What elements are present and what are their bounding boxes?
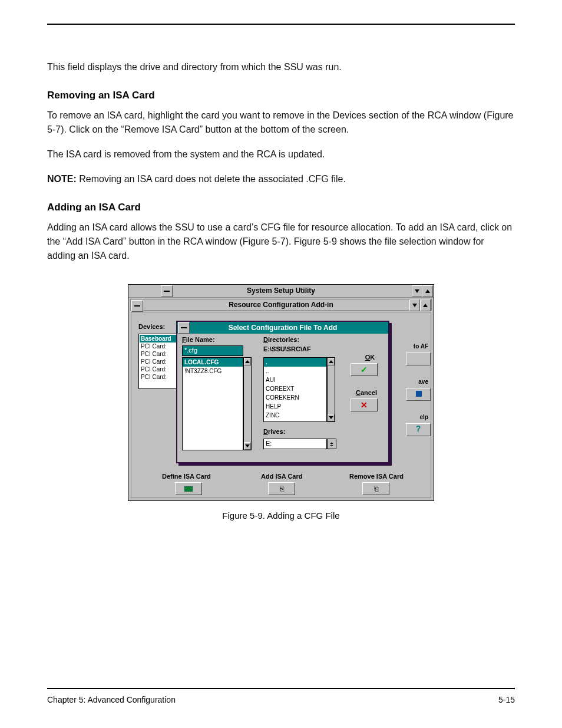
dir-item[interactable]: .. (264, 367, 326, 375)
devices-label: Devices: (138, 323, 165, 330)
remove-isa-button[interactable]: ⎗ (362, 482, 389, 495)
ok-button[interactable]: ✓ (351, 363, 378, 376)
file-name-label: File Name: (182, 336, 215, 343)
dialog-title: Select Configuration File To Add (229, 324, 338, 332)
file-list-scrollbar[interactable] (243, 357, 252, 450)
inner-window-title: Resource Configuration Add-in (131, 301, 431, 309)
help-icon: ? (406, 424, 430, 433)
drives-combo[interactable]: E: (263, 439, 327, 449)
directory-list-scrollbar[interactable] (327, 357, 335, 422)
note-block: NOTE: Removing an ISA card does not dele… (47, 172, 515, 186)
client-area: Devices: Baseboard PCI Card: PCI Card: P… (131, 312, 431, 498)
file-dialog: Select Configuration File To Add File Na… (176, 321, 389, 463)
figure-caption: Figure 5-9. Adding a CFG File (47, 510, 515, 521)
device-item[interactable]: Baseboard (140, 335, 180, 342)
dir-item[interactable]: HELP (264, 402, 326, 411)
device-item[interactable]: PCI Card: (140, 373, 180, 381)
ok-label: OK (356, 354, 384, 361)
body-text-adding: Adding an ISA card allows the SSU to use… (47, 220, 515, 263)
directories-label: Directories: (263, 336, 299, 343)
file-item[interactable]: !NT3ZZ8.CFG (183, 367, 243, 375)
remove-card-icon: ⎗ (374, 485, 378, 493)
scroll-down-button[interactable] (328, 414, 335, 421)
define-isa-button[interactable] (175, 482, 202, 495)
dir-item[interactable]: COREKERN (264, 393, 326, 402)
dir-item[interactable]: AUI (264, 375, 326, 384)
check-icon: ✓ (361, 365, 368, 374)
drives-combo-button[interactable]: ± (327, 439, 336, 449)
device-item[interactable]: PCI Card: (140, 365, 180, 373)
device-item[interactable]: PCI Card: (140, 342, 180, 350)
dir-item[interactable]: . (264, 358, 326, 367)
add-isa-label: Add ISA Card (261, 473, 303, 480)
save-to-af-button[interactable] (406, 353, 431, 365)
save-button[interactable] (406, 388, 431, 401)
cancel-button[interactable]: ✕ (351, 398, 378, 411)
minimize-button[interactable] (412, 285, 422, 297)
cancel-label: Cancel (353, 389, 380, 396)
device-item[interactable]: PCI Card: (140, 358, 180, 365)
heading-removing-isa: Removing an ISA Card (47, 90, 515, 101)
add-isa-button[interactable]: ⎘ (268, 482, 295, 495)
dropdown-icon: ± (330, 441, 333, 447)
directory-list[interactable]: . .. AUI COREEXT COREKERN HELP ZINC (263, 357, 327, 422)
device-item[interactable]: PCI Card: (140, 350, 180, 358)
scroll-down-button[interactable] (244, 442, 251, 450)
add-card-icon: ⎘ (280, 485, 284, 493)
card-icon (184, 486, 193, 492)
help-label: elp (420, 414, 428, 420)
disk-icon (416, 391, 422, 397)
directories-path: E:\SSU\SRC\AF (263, 345, 311, 353)
drives-label: Drives: (263, 428, 285, 435)
body-text-drive-dir: This field displays the drive and direct… (47, 60, 515, 74)
body-text-removing-2: The ISA card is removed from the system … (47, 147, 515, 162)
footer-page-number: 5-15 (498, 695, 515, 704)
page-footer: Chapter 5: Advanced Configuration 5-15 (47, 688, 515, 704)
file-name-input[interactable]: *.cfg (182, 345, 243, 356)
inner-titlebar: Resource Configuration Add-in (130, 299, 432, 311)
file-list[interactable]: LOCAL.CFG !NT3ZZ8.CFG (182, 357, 243, 450)
file-item[interactable]: LOCAL.CFG (183, 358, 243, 367)
dir-item[interactable]: COREEXT (264, 384, 326, 393)
body-text-removing-1: To remove an ISA card, highlight the car… (47, 108, 515, 137)
scroll-track[interactable] (328, 365, 335, 414)
devices-list[interactable]: Baseboard PCI Card: PCI Card: PCI Card: … (138, 334, 181, 389)
define-isa-label: Define ISA Card (162, 473, 211, 480)
save-to-af-label: to AF (414, 343, 428, 350)
dialog-system-menu-button[interactable] (178, 322, 190, 334)
scroll-track[interactable] (244, 365, 251, 442)
save-label: ave (418, 378, 428, 385)
top-rule (47, 24, 515, 25)
maximize-button[interactable] (422, 285, 433, 297)
inner-minimize-button[interactable] (409, 299, 420, 311)
note-label: NOTE: (47, 174, 77, 184)
remove-isa-label: Remove ISA Card (349, 473, 404, 480)
outer-window-title: System Setup Utility (128, 286, 434, 295)
x-icon: ✕ (361, 400, 368, 410)
inner-maximize-button[interactable] (420, 299, 431, 311)
scroll-up-button[interactable] (244, 358, 251, 365)
outer-titlebar: System Setup Utility (128, 285, 434, 298)
screenshot-window: System Setup Utility Resource Configurat… (128, 284, 434, 501)
footer-chapter: Chapter 5: Advanced Configuration (47, 695, 176, 704)
scroll-up-button[interactable] (328, 358, 335, 365)
note-text: Removing an ISA card does not delete the… (79, 174, 346, 184)
heading-adding-isa: Adding an ISA Card (47, 202, 515, 213)
dir-item[interactable]: ZINC (264, 411, 326, 420)
help-button[interactable]: ? (406, 423, 431, 436)
dialog-titlebar: Select Configuration File To Add (177, 322, 388, 334)
